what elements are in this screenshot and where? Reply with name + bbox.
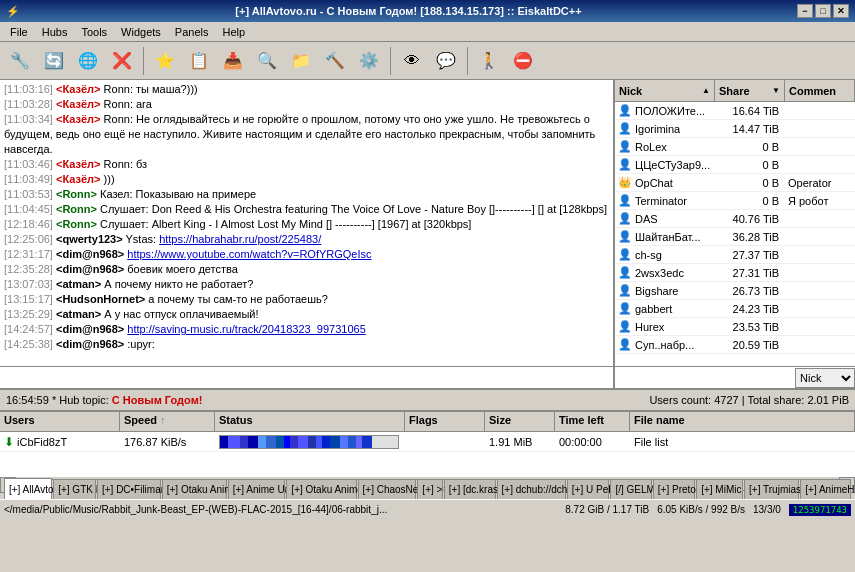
nick-row[interactable]: 👤 RoLex 0 B <box>615 138 855 156</box>
nick-name: 👤 ШайтанБат... <box>615 230 715 243</box>
minimize-button[interactable]: − <box>797 4 813 18</box>
toolbar-quit[interactable]: ⛔ <box>507 46 539 76</box>
toolbar-queue[interactable]: 📥 <box>217 46 249 76</box>
hub-tab[interactable]: [+] Otaku Anime Public ✕ <box>162 479 227 499</box>
transfer-row[interactable]: ⬇ iCbFid8zT 176.87 KiB/s <box>0 432 855 452</box>
toolbar-hash[interactable]: 🔨 <box>319 46 351 76</box>
total-share: 2.01 PiB <box>807 394 849 406</box>
nick-col-comment-header[interactable]: Commen <box>785 80 855 101</box>
chat-link[interactable]: http://saving-music.ru/track/20418323_99… <box>127 323 366 335</box>
chat-line: [11:03:53] <Ronn> Казел: Показываю на пр… <box>4 187 609 202</box>
chat-panel: [11:03:16] <Казёл> Ronn: ты маша?)))[11:… <box>0 80 615 388</box>
title-bar-controls: − □ ✕ <box>797 4 849 18</box>
hub-tab[interactable]: [+] ChaosNet -Trivia ✕ <box>358 479 417 499</box>
chat-input[interactable] <box>0 368 613 388</box>
nick-share: 14.47 TiB <box>715 123 785 135</box>
hub-tab[interactable]: [+] DC•Filimania•COM ✕ <box>97 479 161 499</box>
hub-tab[interactable]: [+] Otaku Anime Walhalla ✕ <box>286 479 356 499</box>
nick-share: 27.37 TiB <box>715 249 785 261</box>
progress-bar <box>219 435 399 449</box>
nick-row[interactable]: 👤 ЦЦеСТу3ар9... 0 B <box>615 156 855 174</box>
nick-user-icon: 👤 <box>618 158 632 171</box>
nick-row[interactable]: 👤 Hurex 23.53 TiB <box>615 318 855 336</box>
hub-tab[interactable]: [+] AnimeHub.ru ✕ <box>800 479 851 499</box>
nick-user-icon: 👤 <box>618 266 632 279</box>
toolbar-favhubs[interactable]: ⭐ <box>149 46 181 76</box>
chat-link[interactable]: https://habrahabr.ru/post/225483/ <box>159 233 321 245</box>
transfer-user: ⬇ iCbFid8zT <box>0 435 120 449</box>
toolbar-search[interactable]: 🔍 <box>251 46 283 76</box>
nick-user-icon: 👤 <box>618 248 632 261</box>
toolbar-away[interactable]: 🚶 <box>473 46 505 76</box>
nick-row[interactable]: 👤 ПОЛОЖИте... 16.64 TiB <box>615 102 855 120</box>
stats-area: 8.72 GiB / 1.17 TiB 6.05 KiB/s / 992 B/s… <box>565 504 851 516</box>
toolbar-disconnect[interactable]: ❌ <box>106 46 138 76</box>
hub-tab[interactable]: [+] Anime Unlimited ✕ <box>228 479 286 499</box>
toolbar-back[interactable]: 🔧 <box>4 46 36 76</box>
hub-tab[interactable]: [+] U PePKa ✕ <box>567 479 610 499</box>
hub-tab-label: [+] AnimeHub.ru <box>805 484 855 495</box>
close-button[interactable]: ✕ <box>833 4 849 18</box>
nick-row[interactable]: 👤 Bigshare 26.73 TiB <box>615 282 855 300</box>
nick-user-icon: 👤 <box>618 230 632 243</box>
toolbar-spy[interactable]: 👁 <box>396 46 428 76</box>
toolbar-settings[interactable]: ⚙️ <box>353 46 385 76</box>
speed-text: 6.05 KiB/s / 992 B/s <box>657 504 745 515</box>
hub-topic-time: 16:54:59 <box>6 394 49 406</box>
transfer-speed: 176.87 KiB/s <box>120 436 215 448</box>
menu-panels[interactable]: Panels <box>169 24 215 40</box>
nick-panel: Nick ▲ Share ▼ Commen 👤 ПОЛОЖИте... 16.6… <box>615 80 855 388</box>
nick-row[interactable]: 👤 2wsx3edc 27.31 TiB <box>615 264 855 282</box>
chat-link[interactable]: https://www.youtube.com/watch?v=ROfYRGQe… <box>127 248 371 260</box>
nick-row[interactable]: 👤 ch-sg 27.37 TiB <box>615 246 855 264</box>
nick-col-nick-header[interactable]: Nick ▲ <box>615 80 715 101</box>
nick-dropdown[interactable]: Nick <box>795 368 855 388</box>
chat-line: [13:07:03] <atman> А почему никто не раб… <box>4 277 609 292</box>
menu-widgets[interactable]: Widgets <box>115 24 167 40</box>
nick-row[interactable]: 👤 gabbert 24.23 TiB <box>615 300 855 318</box>
share-sort-arrow: ▼ <box>772 86 780 95</box>
hub-tab[interactable]: [+] GTK LAV ✕ <box>53 479 96 499</box>
nick-name: 👤 ЦЦеСТу3ар9... <box>615 158 715 171</box>
toolbar-refresh[interactable]: 🔄 <box>38 46 70 76</box>
nick-user-icon: 👑 <box>618 176 632 189</box>
nick-name: 👑 OpChat <box>615 176 715 189</box>
nick-name: 👤 ПОЛОЖИте... <box>615 104 715 117</box>
maximize-button[interactable]: □ <box>815 4 831 18</box>
hub-tab[interactable]: [+] dchub://dchub.eu:411 ✕ <box>497 479 566 499</box>
file-size-text: 8.72 GiB / 1.17 TiB <box>565 504 649 515</box>
nick-user-icon: 👤 <box>618 194 632 207</box>
nick-name: 👤 Terminator <box>615 194 715 207</box>
toolbar-connect[interactable]: 🌐 <box>72 46 104 76</box>
nick-row[interactable]: 👤 Terminator 0 B Я робот <box>615 192 855 210</box>
hub-tab[interactable]: [+] > ✕ <box>417 479 442 499</box>
menu-hubs[interactable]: Hubs <box>36 24 74 40</box>
nick-col-share-header[interactable]: Share ▼ <box>715 80 785 101</box>
toolbar-pubhubs[interactable]: 📋 <box>183 46 215 76</box>
hub-tab[interactable]: [+] Trujmiasto Hub ✕ <box>744 479 799 499</box>
nick-share: 26.73 TiB <box>715 285 785 297</box>
hub-tab[interactable]: [+] [dc.krasdc.ru] ✕ <box>444 479 496 499</box>
nick-row[interactable]: 👑 OpChat 0 B Operator <box>615 174 855 192</box>
toolbar-filebrowser[interactable]: 📁 <box>285 46 317 76</box>
nick-input[interactable] <box>615 368 795 388</box>
transfer-list[interactable]: ⬇ iCbFid8zT 176.87 KiB/s <box>0 432 855 477</box>
nick-row[interactable]: 👤 ШайтанБат... 36.28 TiB <box>615 228 855 246</box>
nick-row[interactable]: 👤 DAS 40.76 TiB <box>615 210 855 228</box>
menu-help[interactable]: Help <box>217 24 252 40</box>
transfer-col-filename: File name <box>630 412 855 431</box>
nick-name: 👤 DAS <box>615 212 715 225</box>
menu-tools[interactable]: Tools <box>75 24 113 40</box>
nick-row[interactable]: 👤 Igorimina 14.47 TiB <box>615 120 855 138</box>
nick-user-icon: 👤 <box>618 302 632 315</box>
menu-file[interactable]: File <box>4 24 34 40</box>
hub-tab[interactable]: [/] GELMES ✕ <box>610 479 651 499</box>
nick-list[interactable]: 👤 ПОЛОЖИте... 16.64 TiB 👤 Igorimina 14.4… <box>615 102 855 366</box>
chat-messages[interactable]: [11:03:16] <Казёл> Ronn: ты маша?)))[11:… <box>0 80 613 366</box>
toolbar-chat[interactable]: 💬 <box>430 46 462 76</box>
nick-row[interactable]: 👤 Суп..набр... 20.59 TiB <box>615 336 855 354</box>
nick-share: 0 B <box>715 177 785 189</box>
hub-tab[interactable]: [+] Pretorian ✕ <box>653 479 695 499</box>
hub-tab[interactable]: [+] AllAvtovo.ru ✕ <box>4 478 52 499</box>
hub-tab[interactable]: [+] MiMic HUB ✕ <box>696 479 743 499</box>
